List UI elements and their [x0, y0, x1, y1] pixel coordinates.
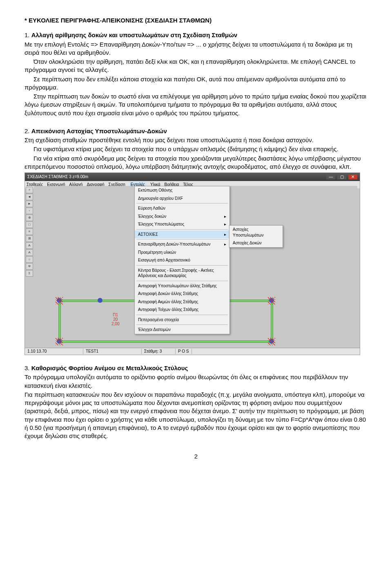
separator [136, 239, 228, 239]
sec2-p3: Για νέα κτίρια από σκυρόδεμα μας δείχνει… [24, 154, 368, 171]
sec2-num: 2. [24, 127, 30, 134]
slab-label: Π1 20 2,00 [111, 313, 119, 326]
beam [58, 300, 61, 343]
menu-entry[interactable]: Προεμέτρηση υλικών [135, 248, 229, 257]
beam [58, 340, 272, 343]
tool-button[interactable]: Σ [26, 270, 33, 277]
maximize-button[interactable]: ▢ [337, 174, 346, 179]
hatch-icon [56, 338, 63, 345]
window-title: ΣΧΕΔΙΑΣΗ ΣΤΑΘΜΗΣ 3 z=9.00m [27, 174, 88, 180]
sec3-num: 3. [24, 365, 30, 371]
menu-entry[interactable]: Πεπερασμένα στοιχεία [135, 316, 229, 324]
sec1-p1: Με την επιλογή Εντολές => Επαναρίθμηση Δ… [24, 40, 368, 57]
tool-button[interactable]: ◦ [26, 208, 33, 214]
column-node [98, 298, 102, 303]
tool-button[interactable]: ⊞ [26, 235, 33, 242]
sec1-num: 1. [24, 31, 30, 38]
separator [136, 315, 228, 315]
hatch-icon [268, 338, 275, 345]
tool-button[interactable]: Φ [26, 263, 33, 270]
sec1-p4: Στην περίπτωση των δοκών το σωστό είναι … [24, 92, 368, 117]
menu-entry[interactable]: Αντιγραφή Δοκών άλλης Στάθμης [135, 290, 229, 298]
menu-entry[interactable]: Δημιουργία αρχείου DXF [135, 195, 229, 203]
page-title: * ΕΥΚΟΛΙΕΣ ΠΕΡΙΓΡΑΦΗΣ-ΑΠΕΙΚΟΝΙΣΗΣ (ΣΧΕΔΙ… [24, 16, 368, 25]
menu-entry-active[interactable]: ΑΣΤΟΧΙΕΣ▸ [135, 230, 229, 239]
separator [136, 265, 228, 266]
minimize-button[interactable]: — [326, 174, 335, 179]
tool-button[interactable]: ≡ [26, 228, 33, 235]
menu-entry[interactable]: Αντιγραφή Τοίχων άλλης Στάθμης [135, 306, 229, 314]
hatch-icon [268, 297, 275, 304]
tool-button[interactable]: ◄ [26, 194, 33, 200]
submenu-entry[interactable]: Αστοχίες Δοκών [229, 239, 283, 247]
window-titlebar: ΣΧΕΔΙΑΣΗ ΣΤΑΘΜΗΣ 3 z=9.00m — ▢ ✕ [25, 173, 360, 181]
toolbar: + ◄ ► ◦ ⊕ □ ≡ ⊞ A A ○ Φ Σ [26, 187, 33, 277]
menu-entry[interactable]: Αντιγραφή Υποστυλωμάτων άλλης Στάθμης [135, 282, 229, 290]
beam [271, 300, 273, 343]
separator [136, 203, 228, 203]
tool-button[interactable]: ⊕ [26, 215, 33, 221]
status-level: Στάθμη: 3 [142, 349, 176, 354]
status-file: TEST1 [83, 349, 142, 354]
status-coords: 1.10 13.70 [25, 349, 83, 354]
sec1-title: Αλλαγή αρίθμησης δοκών και υποστυλωμάτων… [31, 31, 237, 38]
sec2-p1: Στη σχεδίαση σταθμών προστέθηκε εντολή π… [24, 136, 368, 144]
status-mode: P O S [176, 349, 192, 354]
menu-entry[interactable]: Κέντρα Βάρους - Ελαστ.Στροφής - Ακτίνες … [135, 266, 229, 280]
sec2-title: Απεικόνιση Αστοχίας Υποστυλωμάτων-Δοκών [31, 127, 167, 134]
sec3-p2: Για περίπτωση κατασκευών που δεν ισχύουν… [24, 391, 368, 441]
sec1-p2: Όταν ολοκληρώσει την αρίθμηση, πατάει δε… [24, 58, 368, 74]
page-number: 2 [24, 452, 368, 461]
menu-entry[interactable]: Εκτύπωση Οθόνης [135, 186, 229, 195]
close-button[interactable]: ✕ [348, 174, 357, 179]
menu-entry[interactable]: Έλεγχος Υποστυλώματος▸ [135, 220, 229, 228]
menu-entry[interactable]: Εισαγωγή από Αρχιτεκτονικό [135, 256, 229, 264]
hatch-icon [56, 297, 63, 304]
dropdown-menu: Εκτύπωση Οθόνης Δημιουργία αρχείου DXF Ε… [134, 186, 230, 334]
separator [136, 229, 228, 230]
separator [136, 324, 228, 325]
menu-entry[interactable]: Αντιγραφή Ακμών άλλης Στάθμης [135, 298, 229, 306]
sec3-title: Καθορισμός Φορτίου Ανέμου σε Μεταλλικούς… [31, 365, 188, 371]
app-screenshot: ΣΧΕΔΙΑΣΗ ΣΤΑΘΜΗΣ 3 z=9.00m — ▢ ✕ Σταθερέ… [24, 172, 360, 355]
submenu-entry[interactable]: Αστοχίες Υποστυλωμάτων [229, 226, 283, 239]
menu-entry[interactable]: Επαναρίθμηση Δοκών-Υποστυλωμάτων▸ [135, 240, 229, 248]
sec1-p3: Σε περίπτωση που δεν επιλέξει κάποια στο… [24, 75, 368, 92]
submenu: Αστοχίες Υποστυλωμάτων Αστοχίες Δοκών [229, 225, 283, 248]
menu-entry[interactable]: Έλεγχος δοκών▸ [135, 212, 229, 221]
tool-button[interactable]: + [26, 187, 33, 193]
sec3-p1: Το πρόγραμμα υπολογίζει αυτόματα το οριζ… [24, 373, 368, 390]
tool-button[interactable]: □ [26, 221, 33, 228]
statusbar: 1.10 13.70 TEST1 Στάθμη: 3 P O S [25, 348, 360, 355]
separator [136, 281, 228, 281]
sec2-p2: Για υφιστάμενα κτίρια μας δείχνει τα στο… [24, 145, 368, 153]
menu-entry[interactable]: Έλεγχοι Διατομών [135, 326, 229, 334]
window-buttons: — ▢ ✕ [325, 174, 357, 180]
tool-button[interactable]: A [26, 249, 33, 256]
tool-button[interactable]: A [26, 242, 33, 249]
tool-button[interactable]: ○ [26, 256, 33, 263]
tool-button[interactable]: ► [26, 201, 33, 207]
menu-entry[interactable]: Εύρεση Λαθών [135, 204, 229, 212]
